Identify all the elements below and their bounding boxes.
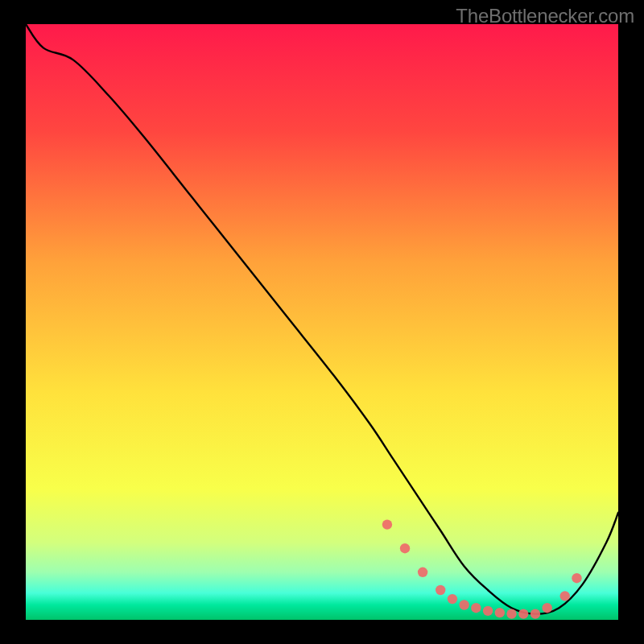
marker-dot <box>542 603 551 613</box>
chart-background <box>26 24 618 620</box>
marker-dot <box>436 585 445 595</box>
marker-dot <box>495 608 505 617</box>
marker-dot <box>530 609 540 618</box>
marker-dot <box>518 609 528 618</box>
marker-dot <box>572 573 581 583</box>
marker-dot <box>448 594 457 604</box>
marker-dot <box>459 600 469 609</box>
chart-frame <box>26 24 618 620</box>
marker-dot <box>471 603 481 613</box>
marker-dot <box>382 519 392 529</box>
marker-dot <box>418 568 427 577</box>
marker-dot <box>483 606 493 616</box>
marker-dot <box>400 543 410 553</box>
chart-svg <box>26 24 618 620</box>
marker-dot <box>506 609 516 618</box>
marker-dot <box>560 591 570 601</box>
